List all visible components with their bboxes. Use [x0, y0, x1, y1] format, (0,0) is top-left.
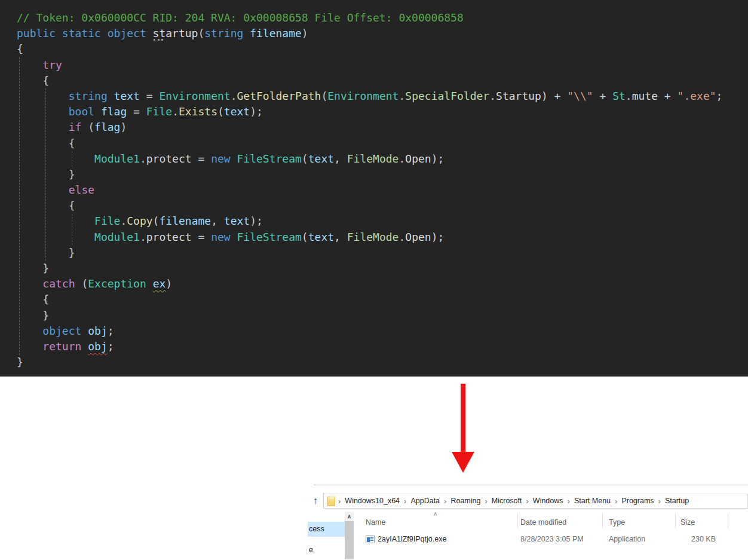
breadcrumb-segment[interactable]: Windows: [532, 494, 565, 508]
code-line: if (flag): [17, 120, 748, 135]
breadcrumb: ›Windows10_x64›AppData›Roaming›Microsoft…: [335, 494, 690, 508]
column-separator: [675, 513, 676, 528]
code-line: }: [17, 354, 748, 370]
scrollbar-up-icon[interactable]: ∧: [345, 512, 354, 521]
breadcrumb-segment[interactable]: Programs: [620, 494, 655, 508]
sidebar-item-label: cess: [308, 522, 345, 537]
code-line: object obj;: [17, 323, 748, 339]
sidebar-item-quick-access[interactable]: cess: [308, 522, 345, 537]
red-arrow-head: [452, 452, 474, 473]
decompiled-code: // Token: 0x060000CC RID: 204 RVA: 0x000…: [0, 0, 748, 370]
red-arrow-stem: [461, 384, 465, 453]
code-line: }: [17, 308, 748, 323]
column-header-name[interactable]: Name: [366, 518, 385, 527]
column-header-type[interactable]: Type: [609, 518, 625, 527]
breadcrumb-chevron-icon: ›: [441, 494, 449, 508]
breadcrumb-chevron-icon: ›: [655, 494, 664, 508]
code-line: {: [17, 73, 748, 88]
file-explorer: ↑ ›Windows10_x64›AppData›Roaming›Microso…: [308, 485, 748, 560]
application-file-icon: [366, 535, 375, 543]
code-line: }: [17, 245, 748, 261]
code-line: try: [17, 57, 748, 73]
column-separator: [602, 513, 603, 528]
file-size: 230 KB: [642, 535, 716, 543]
code-line: return obj;: [17, 339, 748, 354]
breadcrumb-chevron-icon: ›: [565, 494, 573, 508]
breadcrumb-segment[interactable]: Microsoft: [491, 494, 523, 508]
breadcrumb-chevron-icon: ›: [523, 494, 531, 508]
column-separator: [517, 513, 518, 528]
code-line: }: [17, 167, 748, 182]
breadcrumb-segment[interactable]: Start Menu: [573, 494, 612, 508]
breadcrumb-chevron-icon: ›: [401, 494, 409, 508]
column-separator: [728, 513, 728, 528]
code-line: string text = Environment.GetFolderPath(…: [17, 88, 748, 104]
code-editor[interactable]: // Token: 0x060000CC RID: 204 RVA: 0x000…: [0, 0, 748, 377]
code-line: {: [17, 41, 748, 57]
breadcrumb-segment[interactable]: Startup: [664, 494, 690, 508]
column-header-date-modified[interactable]: Date modified: [520, 518, 566, 527]
code-line: bool flag = File.Exists(text);: [17, 104, 748, 120]
folder-icon: [327, 497, 335, 506]
up-one-level-button[interactable]: ↑: [309, 495, 322, 507]
code-line: Module1.protect = new FileStream(text, F…: [17, 151, 748, 167]
code-line: {: [17, 136, 748, 151]
code-line: catch (Exception ex): [17, 276, 748, 292]
code-line: }: [17, 261, 748, 276]
breadcrumb-chevron-icon: ›: [335, 494, 344, 508]
explorer-divider: [314, 485, 748, 485]
breadcrumb-segment[interactable]: AppData: [409, 494, 441, 508]
code-line: // Token: 0x060000CC RID: 204 RVA: 0x000…: [17, 10, 748, 26]
breadcrumb-chevron-icon: ›: [482, 494, 490, 508]
sort-ascending-icon: ∧: [433, 510, 437, 517]
code-line: {: [17, 292, 748, 307]
code-line: File.Copy(filename, text);: [17, 213, 748, 229]
breadcrumb-chevron-icon: ›: [612, 494, 620, 508]
scrollbar-thumb[interactable]: [345, 521, 354, 559]
sidebar-scrollbar[interactable]: ∧: [345, 512, 354, 560]
sidebar-item-onedrive[interactable]: e: [309, 546, 313, 554]
file-date-modified: 8/28/2023 3:05 PM: [520, 535, 584, 543]
file-name: 2ayIA1lZf9IPqtjo.exe: [378, 535, 446, 543]
code-line: else: [17, 182, 748, 198]
column-header-size[interactable]: Size: [680, 518, 695, 527]
address-bar[interactable]: ›Windows10_x64›AppData›Roaming›Microsoft…: [323, 494, 748, 509]
file-row[interactable]: 2ayIA1lZf9IPqtjo.exe 8/28/2023 3:05 PM A…: [361, 533, 748, 547]
code-line: {: [17, 198, 748, 213]
breadcrumb-segment[interactable]: Windows10_x64: [344, 494, 401, 508]
breadcrumb-segment[interactable]: Roaming: [449, 494, 482, 508]
code-line: Module1.protect = new FileStream(text, F…: [17, 229, 748, 245]
file-type: Application: [609, 535, 645, 543]
code-line: public static object startup(string file…: [17, 26, 748, 41]
